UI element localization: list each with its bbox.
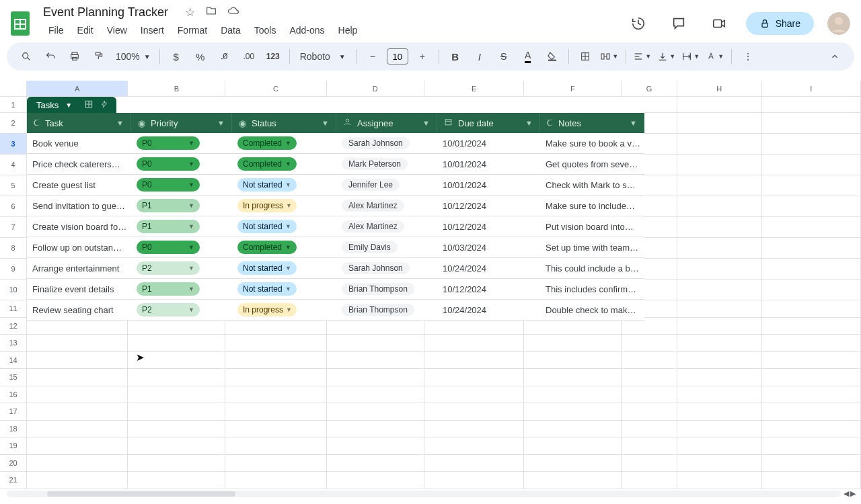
doc-title[interactable]: Event Planning Tracker — [39, 4, 172, 21]
menu-file[interactable]: File — [43, 22, 69, 38]
merge-cells-icon[interactable]: ▼ — [599, 46, 620, 67]
svg-rect-11 — [96, 52, 100, 55]
italic-icon[interactable]: I — [470, 46, 490, 67]
zoom-select[interactable]: 100% ▼ — [113, 51, 153, 62]
print-icon[interactable] — [65, 46, 85, 67]
toolbar: 100% ▼ $ % .0̸ .00 123 Roboto▼ − 10 + B … — [7, 42, 854, 71]
fill-color-icon[interactable] — [542, 46, 562, 67]
font-select[interactable]: Roboto▼ — [296, 51, 350, 62]
chevron-down-icon: ▼ — [339, 53, 346, 60]
text-color-icon[interactable]: A — [518, 46, 538, 67]
horizontal-align-icon[interactable]: ▼ — [632, 46, 652, 67]
vertical-align-icon[interactable]: ▼ — [657, 46, 677, 67]
menu-addons[interactable]: Add-ons — [284, 22, 330, 38]
svg-rect-17 — [607, 54, 609, 59]
menu-data[interactable]: Data — [215, 22, 246, 38]
app-header: Event Planning Tracker ☆ File Edit View … — [0, 0, 861, 42]
svg-line-7 — [28, 58, 30, 60]
menu-view[interactable]: View — [102, 22, 133, 38]
user-avatar[interactable] — [827, 12, 850, 35]
strikethrough-icon[interactable]: S — [494, 46, 514, 67]
svg-rect-12 — [548, 60, 556, 61]
comments-icon[interactable] — [665, 10, 692, 37]
more-formats-icon[interactable]: 123 — [263, 46, 283, 67]
more-icon[interactable]: ⋮ — [738, 46, 758, 67]
menu-help[interactable]: Help — [333, 22, 363, 38]
svg-rect-10 — [73, 57, 77, 60]
currency-icon[interactable]: $ — [166, 46, 186, 67]
share-label: Share — [776, 18, 800, 29]
menu-tools[interactable]: Tools — [249, 22, 282, 38]
svg-rect-16 — [601, 54, 604, 59]
menu-edit[interactable]: Edit — [72, 22, 99, 38]
cloud-icon[interactable] — [227, 5, 239, 19]
text-wrap-icon[interactable]: ▼ — [681, 46, 701, 67]
borders-icon[interactable] — [575, 46, 595, 67]
history-icon[interactable] — [625, 10, 652, 37]
search-icon[interactable] — [16, 46, 36, 67]
lock-icon — [759, 18, 770, 29]
font-size-control: − 10 + — [363, 46, 433, 67]
decrease-font-icon[interactable]: − — [363, 46, 383, 67]
undo-icon[interactable] — [40, 46, 61, 67]
text-rotation-icon[interactable]: ▼ — [705, 46, 725, 67]
paint-format-icon[interactable] — [89, 46, 109, 67]
svg-rect-4 — [713, 19, 721, 27]
increase-decimal-icon[interactable]: .00 — [239, 46, 259, 67]
font-size-input[interactable]: 10 — [387, 48, 408, 65]
collapse-toolbar-icon[interactable] — [825, 46, 845, 67]
percent-icon[interactable]: % — [190, 46, 211, 67]
bold-icon[interactable]: B — [445, 46, 465, 67]
chevron-down-icon: ▼ — [144, 53, 151, 60]
svg-point-6 — [23, 53, 28, 58]
sheets-logo[interactable] — [7, 10, 34, 37]
svg-rect-5 — [762, 23, 768, 27]
increase-font-icon[interactable]: + — [412, 46, 433, 67]
move-icon[interactable] — [206, 5, 217, 19]
menubar: File Edit View Insert Format Data Tools … — [39, 21, 363, 42]
menu-format[interactable]: Format — [172, 22, 213, 38]
share-button[interactable]: Share — [746, 12, 814, 35]
meet-icon[interactable] — [706, 10, 733, 37]
decrease-decimal-icon[interactable]: .0̸ — [215, 46, 235, 67]
star-icon[interactable]: ☆ — [185, 5, 195, 19]
menu-insert[interactable]: Insert — [135, 22, 170, 38]
